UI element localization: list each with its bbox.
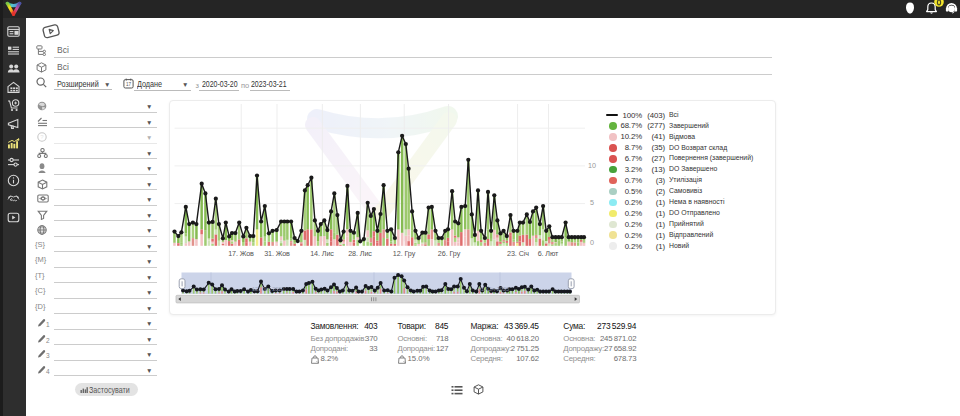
svg-text:21. Січ 2023: 21. Січ 2023: [478, 286, 509, 292]
svg-text:12. Лис 2022: 12. Лис 2022: [252, 286, 284, 292]
